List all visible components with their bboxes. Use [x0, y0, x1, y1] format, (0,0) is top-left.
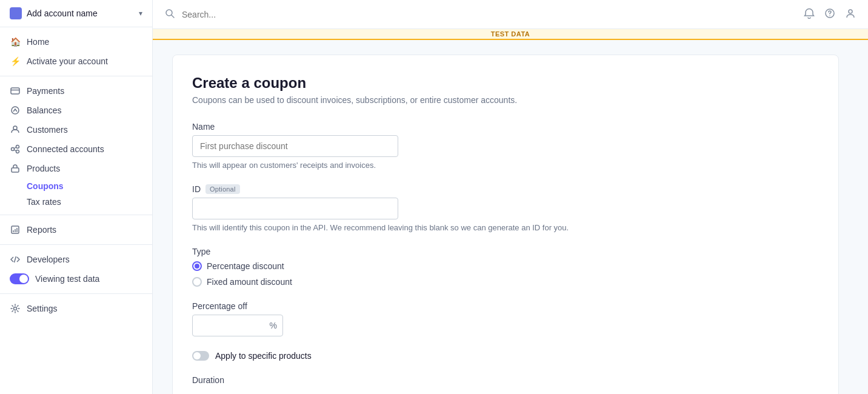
svg-point-5	[16, 145, 19, 149]
nav-divider-4	[0, 293, 152, 294]
sidebar-item-products-label: Products	[27, 164, 60, 173]
create-coupon-card: Create a coupon Coupons can be used to d…	[172, 55, 839, 394]
sidebar-item-balances[interactable]: Balances	[0, 101, 152, 120]
payments-icon	[10, 85, 21, 96]
customers-icon	[10, 124, 21, 135]
duration-label: Duration	[192, 375, 819, 385]
home-icon: 🏠	[10, 36, 21, 47]
type-label: Type	[192, 247, 819, 256]
nav-divider-3	[0, 244, 152, 245]
sidebar-item-developers-label: Developers	[27, 255, 70, 264]
apply-specific-label: Apply to specific products	[215, 351, 312, 361]
test-data-toggle[interactable]	[10, 273, 29, 284]
sidebar-item-activate-label: Activate your account	[27, 56, 108, 66]
type-section: Type Percentage discount Fixed amount di…	[192, 247, 819, 287]
percentage-off-section: Percentage off %	[192, 301, 819, 336]
duration-section: Duration	[192, 375, 819, 385]
id-section: ID Optional This will identify this coup…	[192, 184, 819, 232]
svg-point-3	[13, 126, 17, 130]
svg-point-15	[14, 307, 17, 310]
svg-point-2	[12, 107, 19, 114]
sidebar-item-settings[interactable]: Settings	[0, 299, 152, 318]
sidebar-item-reports[interactable]: Reports	[0, 220, 152, 239]
sidebar-item-connected[interactable]: Connected accounts	[0, 139, 152, 159]
topbar	[153, 0, 868, 29]
apply-specific-toggle[interactable]	[192, 351, 209, 361]
percentage-input[interactable]	[192, 315, 283, 336]
radio-percentage[interactable]: Percentage discount	[192, 261, 819, 271]
percentage-off-label: Percentage off	[192, 301, 819, 311]
svg-point-19	[829, 15, 830, 16]
name-hint: This will appear on customers' receipts …	[192, 161, 819, 170]
radio-fixed[interactable]: Fixed amount discount	[192, 277, 819, 287]
svg-rect-9	[12, 168, 19, 172]
account-icon[interactable]	[845, 8, 856, 21]
sidebar-item-connected-label: Connected accounts	[27, 144, 104, 154]
name-section: Name This will appear on customers' rece…	[192, 122, 819, 170]
sidebar-item-coupons-label: Coupons	[27, 181, 64, 191]
connected-icon	[10, 144, 21, 155]
account-icon	[10, 7, 22, 19]
name-label: Name	[192, 122, 819, 132]
main-area: TEST DATA Create a coupon Coupons can be…	[153, 0, 868, 394]
sidebar-item-products[interactable]: Products	[0, 159, 152, 178]
svg-point-6	[16, 150, 19, 153]
sidebar-item-balances-label: Balances	[27, 105, 62, 115]
sidebar-item-payments-label: Payments	[27, 86, 64, 96]
sidebar-item-settings-label: Settings	[27, 304, 58, 313]
apply-specific-row: Apply to specific products	[192, 351, 819, 361]
balances-icon	[10, 105, 21, 116]
optional-badge: Optional	[205, 184, 240, 194]
sidebar-item-customers-label: Customers	[27, 125, 68, 135]
name-input[interactable]	[192, 135, 398, 157]
notifications-icon[interactable]	[804, 8, 815, 21]
page-subtitle: Coupons can be used to discount invoices…	[192, 95, 819, 105]
page-title: Create a coupon	[192, 75, 819, 92]
settings-icon	[10, 303, 21, 314]
sidebar-item-coupons[interactable]: Coupons	[0, 178, 152, 194]
radio-percentage-label: Percentage discount	[207, 261, 284, 271]
percentage-input-wrap: %	[192, 315, 283, 336]
sidebar: Add account name ▾ 🏠 Home ⚡ Activate you…	[0, 0, 153, 394]
products-icon	[10, 163, 21, 174]
test-data-banner: TEST DATA	[153, 29, 868, 40]
type-radio-group: Percentage discount Fixed amount discoun…	[192, 261, 819, 287]
id-input[interactable]	[192, 198, 398, 219]
id-label: ID Optional	[192, 184, 819, 194]
sidebar-item-taxrates[interactable]: Tax rates	[0, 194, 152, 210]
reports-icon	[10, 224, 21, 235]
account-name: Add account name	[27, 8, 98, 18]
sidebar-item-payments[interactable]: Payments	[0, 81, 152, 101]
svg-line-17	[172, 15, 174, 18]
svg-rect-0	[11, 88, 19, 94]
content-area: Create a coupon Coupons can be used to d…	[153, 40, 868, 394]
topbar-actions	[804, 8, 856, 21]
sidebar-item-home-label: Home	[27, 37, 49, 47]
activate-icon: ⚡	[10, 56, 21, 67]
test-data-toggle-row: Viewing test data	[0, 269, 152, 289]
sidebar-item-taxrates-label: Tax rates	[27, 197, 61, 207]
sidebar-item-home[interactable]: 🏠 Home	[0, 32, 152, 52]
svg-point-20	[849, 10, 852, 13]
sidebar-item-customers[interactable]: Customers	[0, 120, 152, 139]
sidebar-item-reports-label: Reports	[27, 225, 56, 235]
sidebar-item-developers[interactable]: Developers	[0, 250, 152, 269]
svg-point-4	[12, 148, 15, 151]
search-input[interactable]	[182, 10, 796, 19]
developers-icon	[10, 254, 21, 265]
chevron-down-icon: ▾	[139, 9, 142, 18]
help-icon[interactable]	[824, 8, 835, 21]
id-hint: This will identify this coupon in the AP…	[192, 223, 819, 232]
radio-percentage-circle	[192, 261, 202, 271]
account-header[interactable]: Add account name ▾	[0, 0, 152, 27]
radio-fixed-label: Fixed amount discount	[207, 277, 292, 287]
search-icon	[165, 8, 175, 20]
nav-divider-1	[0, 76, 152, 76]
nav-divider-2	[0, 215, 152, 215]
svg-line-8	[15, 150, 16, 151]
radio-fixed-circle	[192, 277, 202, 287]
sidebar-nav: 🏠 Home ⚡ Activate your account Payments …	[0, 27, 152, 394]
test-data-label: Viewing test data	[35, 274, 99, 284]
svg-line-14	[15, 256, 16, 262]
sidebar-item-activate[interactable]: ⚡ Activate your account	[0, 52, 152, 71]
